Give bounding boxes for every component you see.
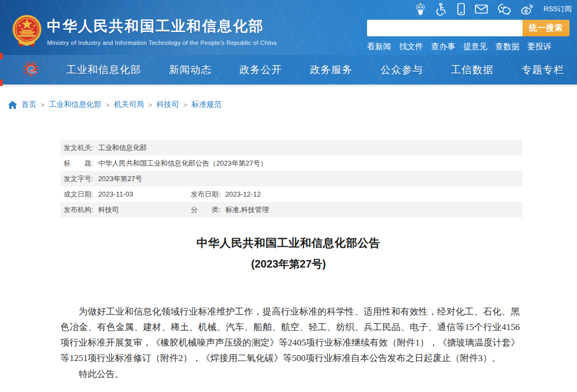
wechat-icon[interactable] (497, 3, 511, 15)
quick-link-data[interactable]: 查数据 (495, 42, 519, 52)
article-title-line2: (2023年第27号) (0, 257, 577, 271)
nav-item-news[interactable]: 新闻动态 (169, 63, 212, 77)
article-body: 为做好工业和信息化领域行业标准维护工作，提高行业标准的科学性、适用性和有效性，经… (60, 304, 520, 382)
national-emblem-icon (12, 14, 42, 51)
breadcrumb: 首页 > 工业和信息化部 > 机关司局 > 科技司 > 标准规范 (8, 100, 221, 109)
article-paragraph: 特此公告。 (60, 366, 520, 382)
site-subtitle: Ministry of Industry and Information Tec… (47, 40, 277, 46)
edge-marker (0, 80, 3, 86)
meta-publish-org: 发布机构: 科技司 (64, 205, 191, 215)
breadcrumb-departments[interactable]: 机关司局 (114, 100, 144, 109)
breadcrumb-separator: > (106, 101, 110, 109)
meta-classification: 分 类: 标准,科技管理 (191, 205, 269, 215)
edge-marker (0, 53, 3, 59)
search-input[interactable] (367, 20, 523, 36)
weibo-icon[interactable] (520, 3, 534, 15)
breadcrumb-miit[interactable]: 工业和信息化部 (49, 100, 102, 109)
search-bar: 统一搜索 (367, 20, 570, 36)
quick-link-services[interactable]: 查办事 (431, 42, 455, 52)
meta-publish-date: 发布日期: 2023-12-12 (191, 190, 261, 199)
robot-icon[interactable] (415, 3, 426, 15)
article-paragraph: 为做好工业和信息化领域行业标准维护工作，提高行业标准的科学性、适用性和有效性，经… (60, 304, 520, 366)
gov-e-logo-icon (22, 60, 42, 80)
meta-doc-number: 发文字号: 2023年第27号 (64, 174, 523, 184)
table-row: 标 题: 中华人民共和国工业和信息化部公告（2023年第27号） (60, 155, 523, 171)
breadcrumb-separator: > (41, 101, 45, 109)
rss-subscribe-link[interactable]: RSS订阅 (543, 4, 572, 14)
nav-item-gov-info[interactable]: 政务公开 (239, 63, 282, 77)
accessibility-icon[interactable] (435, 3, 448, 15)
document-meta-table: 发文机关: 工业和信息化部 标 题: 中华人民共和国工业和信息化部公告（2023… (60, 140, 523, 217)
meta-issuing-authority: 发文机关: 工业和信息化部 (64, 143, 523, 153)
breadcrumb-tech-dept[interactable]: 科技司 (157, 100, 179, 109)
top-utility-bar: RSS订阅 (415, 3, 572, 15)
site-header: 中华人民共和国工业和信息化部 Ministry of Industry and … (0, 0, 577, 55)
quick-link-suggest[interactable]: 提意见 (463, 42, 487, 52)
nav-item-data[interactable]: 工信数据 (451, 63, 494, 77)
nav-item-participation[interactable]: 公众参与 (380, 63, 423, 77)
site-title: 中华人民共和国工业和信息化部 (47, 17, 277, 36)
article-title: 中华人民共和国工业和信息化部公告 (2023年第27号) (0, 236, 577, 271)
page: 中华人民共和国工业和信息化部 Ministry of Industry and … (0, 0, 577, 392)
quick-links: 看新闻 找文件 查办事 提意见 查数据 要投诉 (367, 42, 551, 52)
nav-item-miit[interactable]: 工业和信息化部 (66, 63, 141, 77)
breadcrumb-standards[interactable]: 标准规范 (191, 100, 221, 109)
article-title-line1: 中华人民共和国工业和信息化部公告 (0, 236, 577, 250)
breadcrumb-separator: > (148, 101, 152, 109)
mobile-icon[interactable] (457, 3, 465, 15)
table-row: 发文机关: 工业和信息化部 (60, 140, 523, 155)
quick-link-files[interactable]: 找文件 (399, 42, 423, 52)
table-row: 发布机构: 科技司 分 类: 标准,科技管理 (60, 202, 523, 217)
unified-search-button[interactable]: 统一搜索 (523, 20, 570, 36)
table-row: 成文日期: 2023-11-03 发布日期: 2023-12-12 (60, 186, 523, 202)
nav-item-gov-services[interactable]: 政务服务 (310, 63, 353, 77)
breadcrumb-separator: > (183, 101, 188, 109)
mail-icon[interactable] (474, 3, 488, 15)
breadcrumb-home[interactable]: 首页 (21, 100, 36, 109)
nav-item-special[interactable]: 专题专栏 (521, 63, 564, 77)
main-nav: 工业和信息化部 新闻动态 政务公开 政务服务 公众参与 工信数据 专题专栏 (0, 55, 577, 84)
brand: 中华人民共和国工业和信息化部 Ministry of Industry and … (47, 17, 277, 46)
table-row: 发文字号: 2023年第27号 (60, 171, 523, 186)
meta-title: 标 题: 中华人民共和国工业和信息化部公告（2023年第27号） (64, 159, 523, 168)
nav-items: 工业和信息化部 新闻动态 政务公开 政务服务 公众参与 工信数据 专题专栏 (66, 63, 567, 77)
quick-link-news[interactable]: 看新闻 (367, 42, 391, 52)
meta-written-date: 成文日期: 2023-11-03 (64, 190, 191, 199)
home-icon[interactable] (8, 101, 17, 109)
quick-link-complaint[interactable]: 要投诉 (527, 42, 551, 52)
